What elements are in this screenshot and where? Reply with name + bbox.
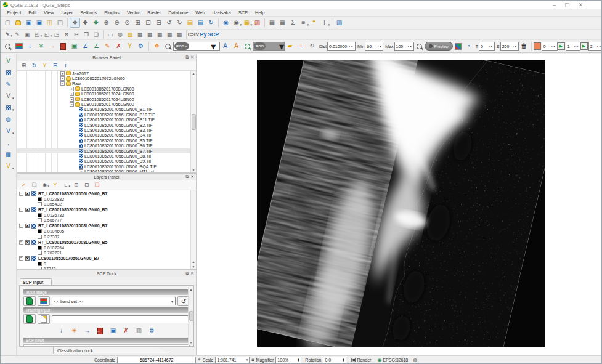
select-features-button[interactable]: ▦▾ <box>242 18 252 28</box>
t-spinner[interactable]: 0▲▼ <box>479 42 495 51</box>
measure-button[interactable]: ≡▾ <box>298 18 309 28</box>
cut-features-button[interactable]: ✂ <box>71 30 81 39</box>
add-roi-button[interactable]: + <box>296 41 306 51</box>
scale-combo[interactable]: 1:981,741 ▾ <box>215 357 250 363</box>
layer-visibility-checkbox[interactable]: ✕ <box>25 192 30 196</box>
add-feature-button[interactable]: ◰▾ <box>32 30 42 39</box>
stretch-stddev-button[interactable]: A <box>231 41 242 51</box>
refresh-map-button[interactable]: ↻ <box>206 18 216 28</box>
save-project-as-button[interactable]: ▣ <box>34 18 44 28</box>
grid-tool-5-button[interactable]: ▦ <box>174 30 184 39</box>
text-annotation-button[interactable]: T▾ <box>319 18 330 28</box>
browser-item[interactable]: +Jan2017 <box>17 71 196 76</box>
browser-item[interactable]: LC80010852017056LGN00_B4.TIF <box>17 133 196 138</box>
new-raster-layer-button[interactable] <box>3 68 14 78</box>
export-library-button[interactable] <box>58 41 68 51</box>
identify-features-button[interactable]: ◉ <box>221 18 231 28</box>
filter-browser-button[interactable]: Y <box>40 62 49 70</box>
preview-button[interactable]: Preview <box>425 42 453 51</box>
browser-item[interactable]: +LC80010852017024LGN00 <box>17 92 196 97</box>
attribute-table-layers-button[interactable]: ▦ <box>277 18 288 28</box>
map-tips-button[interactable]: ❝ <box>309 18 319 28</box>
layer-name[interactable]: RT_LC80010852017056LGN00_B5 <box>38 208 107 212</box>
zoom-last-button[interactable]: ↺ <box>164 18 174 28</box>
menu-scp[interactable]: SCP <box>235 10 251 15</box>
tab-classification-dock[interactable]: Classification dock <box>53 347 170 354</box>
training-input-field[interactable] <box>52 315 190 323</box>
layers-scrollbar[interactable]: ▲▼ <box>190 190 196 269</box>
add-vector-layer-button[interactable]: V▾ <box>3 91 14 101</box>
sieve-button[interactable]: Y <box>124 41 135 51</box>
menu-vector[interactable]: Vector <box>123 10 144 15</box>
browser-item[interactable]: LC80010852017056LGN00_B2.TIF <box>17 123 196 127</box>
composer-manager-button[interactable]: ◫ <box>55 18 65 28</box>
open-input-image-button[interactable] <box>23 296 36 306</box>
layer-name[interactable]: RT_LC80010852017008LGN00_B7 <box>38 224 107 228</box>
dist-spinner[interactable]: 0.010000▲▼ <box>327 42 356 51</box>
float-panel-icon[interactable]: ⧉ <box>185 55 189 60</box>
browser-item[interactable]: −Raw <box>17 81 196 86</box>
layer-visibility-checkbox[interactable]: ✕ <box>25 224 30 228</box>
grid-tool-2-button[interactable]: ▦ <box>145 30 155 39</box>
zoom-in-button[interactable]: ⊕ <box>101 18 112 28</box>
web-plugin-button[interactable]: ◍ <box>115 30 125 39</box>
zoom-out-button[interactable]: ⊖ <box>112 18 122 28</box>
add-delimited-text-layer-button[interactable]: , <box>3 138 14 148</box>
redo-roi-button[interactable]: ↻ <box>307 41 317 51</box>
zoom-next-button[interactable]: ↻ <box>174 18 185 28</box>
run-feature-action-button[interactable]: ◉▾ <box>231 18 242 28</box>
new-shapefile-layer-button[interactable]: V <box>3 56 14 66</box>
max-spinner[interactable]: 100▲▼ <box>394 42 414 51</box>
tree-expander-icon[interactable]: − <box>60 81 65 86</box>
zoom-full-button[interactable]: ⊞ <box>132 18 143 28</box>
pan-to-selection-button[interactable]: ✥ <box>91 18 101 28</box>
tree-expander-icon[interactable]: − <box>19 240 23 245</box>
lock-scale-icon[interactable]: 🔒︎ <box>251 357 254 363</box>
browser-item[interactable]: LC80010852017056LGN00_B3.TIF <box>17 127 196 132</box>
spectral-library-button[interactable]: ▥ <box>134 326 144 336</box>
maximize-button[interactable]: ▢ <box>564 2 570 8</box>
close-panel-icon[interactable]: ✕ <box>190 271 194 276</box>
class-0-spinner[interactable]: 0▲▼ <box>534 42 558 51</box>
layer-name[interactable]: LC80010852017056LGN00_B7 <box>38 256 99 261</box>
browser-item[interactable]: aLC80010852017056LGN00_MTL.txt <box>17 169 196 172</box>
rotation-spinner[interactable]: 0.0 ▲▼ <box>323 357 346 363</box>
csv-plugin-button[interactable]: CSV <box>189 30 198 39</box>
minimize-button[interactable]: – <box>553 2 556 8</box>
roi-pointer-button[interactable]: ❖ <box>152 41 162 51</box>
log-messages-icon[interactable]: ◍ <box>413 357 417 363</box>
collapse-all-button[interactable]: ⊟ <box>51 62 60 70</box>
menu-plugins[interactable]: Plugins <box>100 10 123 15</box>
layer-group[interactable]: −✕RT_LC80010852017008LGN00_B70.01046050.… <box>17 223 196 239</box>
delete-selected-button[interactable]: ✕ <box>62 30 71 39</box>
tree-expander-icon[interactable]: − <box>19 208 23 212</box>
signature-tools-button[interactable]: ✗ <box>113 41 124 51</box>
tree-expander-icon[interactable]: − <box>70 102 74 107</box>
zoom-to-layer-button[interactable]: ⊟ <box>153 18 164 28</box>
copy-features-button[interactable]: ❐ <box>81 30 91 39</box>
min-spinner[interactable]: 60▲▼ <box>365 42 383 51</box>
menu-project[interactable]: Project <box>3 10 25 15</box>
browser-item[interactable]: +LC80010852017072LGN00 <box>17 76 196 81</box>
export-signatures-button[interactable] <box>95 326 105 336</box>
browser-item[interactable]: +LC80010852017024LGN00_ <box>17 97 196 102</box>
browser-item[interactable]: LC80010852017056LGN00_B5.TIF <box>17 138 196 143</box>
rgb-band-combo-2[interactable]: RGB ▾ <box>253 42 285 51</box>
band-set-button[interactable] <box>38 296 50 306</box>
menu-web[interactable]: Web <box>192 10 208 15</box>
browser-item[interactable]: LC80010852017056LGN00_B9.TIF <box>17 159 196 164</box>
float-panel-icon[interactable]: ⧉ <box>185 174 189 179</box>
tab-scp-input[interactable]: SCP input <box>20 278 52 285</box>
add-raster-layer-button[interactable]: ▾ <box>3 103 14 113</box>
class-1-spinner[interactable]: 1▲▼ <box>558 42 580 51</box>
properties-widget-button[interactable]: i <box>61 62 70 70</box>
expand-all-button[interactable]: ⊞ <box>71 181 81 189</box>
layer-group[interactable]: −✕RT_LC80010852017008LGN00_B50.01072640.… <box>17 239 196 255</box>
class-2-spinner[interactable]: 2▲▼ <box>580 42 601 51</box>
menu-dzetsaka[interactable]: dzetsaka <box>209 10 235 15</box>
menu-edit[interactable]: Edit <box>25 10 40 15</box>
multiple-roi-creation-button[interactable]: ✳ <box>69 326 79 336</box>
open-attribute-table-button[interactable]: ▦ <box>267 18 277 28</box>
s-spinner[interactable]: 200▲▼ <box>500 42 519 51</box>
show-bookmarks-button[interactable]: ▤ <box>195 18 206 28</box>
